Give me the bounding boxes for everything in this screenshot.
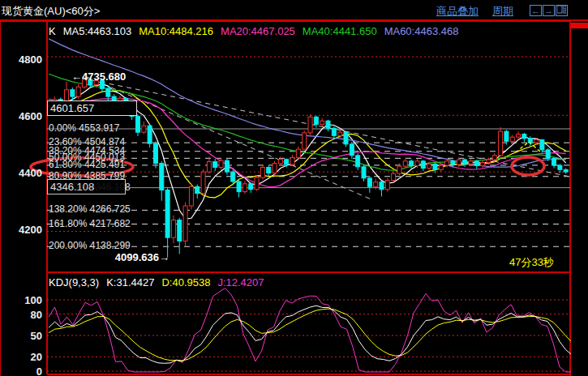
- candle-body: [374, 182, 378, 187]
- candle-body: [433, 164, 437, 169]
- candle-body: [320, 121, 324, 124]
- candle-body: [499, 131, 503, 156]
- fib-label: 61.80% 4425.491: [49, 159, 125, 170]
- candle-body: [189, 186, 193, 206]
- fib-label: 161.80% 4217.682: [49, 218, 131, 229]
- candle-body: [540, 140, 544, 150]
- candle-body: [344, 132, 348, 144]
- candle-body: [528, 139, 532, 143]
- candle-body: [392, 173, 396, 180]
- candle-body: [273, 164, 277, 173]
- candle-body: [260, 168, 264, 178]
- window-title: 现货黄金(AU)<60分>: [2, 4, 100, 19]
- candle-body: [106, 88, 110, 96]
- candle-body: [290, 158, 294, 164]
- candle-body: [410, 161, 414, 166]
- kdj-indicator-label: KDJ(9,3,3): [49, 276, 99, 288]
- candle-body: [225, 160, 229, 172]
- candle-body: [469, 161, 473, 164]
- kdj-j-line: [49, 288, 578, 372]
- candle-body: [463, 160, 467, 164]
- candle-body: [237, 182, 241, 192]
- candle-body: [195, 186, 200, 193]
- candle-body: [487, 160, 491, 162]
- price-axis-label: 4200: [0, 224, 42, 236]
- fib-label: 0.00% 4553.917: [49, 122, 119, 134]
- ma-readout-item: MA60:4463.468: [384, 25, 459, 37]
- candle-body: [249, 184, 253, 190]
- candle-body: [76, 87, 80, 96]
- candle-body: [308, 117, 312, 133]
- kdj-readout-item: J:12.4207: [217, 276, 264, 288]
- candle-body: [510, 137, 514, 141]
- quote-panel-red-bar: [571, 23, 588, 28]
- countdown-timer: 47分33秒: [493, 257, 554, 268]
- trading-app: 现货黄金(AU)<60分> 商品叠加 周期 ← → KMA5:4463.103M…: [0, 0, 588, 376]
- candle-body: [427, 164, 431, 168]
- candle-body: [350, 144, 354, 156]
- candle-body: [362, 167, 366, 178]
- candle-body: [71, 90, 75, 96]
- split-screen-icon[interactable]: [556, 5, 568, 16]
- kdj-axis-label: 100: [0, 294, 42, 306]
- candle-body: [451, 161, 455, 164]
- candle-body: [285, 160, 289, 164]
- candle-body: [278, 160, 282, 164]
- candle-body: [178, 220, 182, 241]
- quote-panel: 卖出买入最新幅度开盘最高单量北京09:: [571, 21, 588, 376]
- kdj-axis-label: 80: [0, 309, 42, 321]
- candle-body: [201, 172, 205, 194]
- candle-body: [338, 132, 342, 135]
- candle-body: [171, 220, 175, 238]
- back-arrow-icon[interactable]: ←: [530, 5, 542, 16]
- candle-body: [481, 163, 485, 166]
- price-axis-label: 4800: [0, 53, 42, 66]
- candle-body: [242, 184, 247, 192]
- candle-body: [303, 133, 307, 149]
- candle-body: [397, 166, 401, 173]
- kdj-axis-label: 20: [0, 351, 42, 363]
- price-axis-label: 4600: [0, 110, 42, 122]
- forward-arrow-icon[interactable]: →: [543, 5, 555, 16]
- kdj-axis-label: 50: [0, 330, 42, 342]
- candle-body: [403, 161, 407, 166]
- candle-body: [135, 117, 139, 133]
- ma-readout-item: MA10:4484.216: [139, 25, 213, 37]
- candle-body: [534, 140, 539, 143]
- kdj-readout: KDJ(9,3,3)K:31.4427D:40.9538J:12.4207: [49, 276, 279, 288]
- ma-readout-item: MA5:4463.103: [63, 25, 132, 37]
- candle-body: [522, 135, 526, 139]
- candle-body: [314, 117, 318, 124]
- kdj-readout-item: K:31.4427: [106, 276, 154, 288]
- candle-body: [558, 165, 562, 169]
- period-link[interactable]: 周期: [492, 4, 513, 19]
- candle-body: [267, 168, 271, 173]
- ma-readout-item: MA40:4441.650: [303, 25, 377, 37]
- candle-body: [552, 158, 556, 165]
- kdj-axis-label: 0: [0, 365, 42, 376]
- high-price-label: ←4735.680: [71, 71, 126, 83]
- ma-readout-item: MA20:4467.025: [221, 25, 295, 37]
- candle-body: [474, 161, 479, 166]
- candle-body: [492, 156, 496, 160]
- candle-body: [356, 156, 360, 167]
- overlay-link[interactable]: 商品叠加: [436, 4, 479, 19]
- fib-label: 138.20% 4266.725: [49, 203, 131, 215]
- candle-body: [207, 162, 211, 173]
- overlap-price-box: 4346.108: [47, 179, 126, 194]
- candle-body: [385, 181, 389, 190]
- candle-body: [326, 121, 330, 128]
- candle-body: [219, 160, 223, 167]
- candle-body: [445, 161, 449, 165]
- candle-body: [421, 161, 425, 169]
- hline-price-box: 4601.657: [47, 100, 137, 116]
- candle-body: [504, 131, 509, 141]
- trendline: [92, 80, 570, 177]
- candle-body: [183, 206, 187, 241]
- candle-body: [439, 165, 443, 169]
- low-price-label: 4099.636→: [108, 252, 170, 263]
- fib-label: 200.00% 4138.299: [49, 240, 131, 251]
- ma-line-40: [49, 74, 566, 170]
- candle-body: [160, 164, 164, 190]
- candle-body: [367, 178, 371, 186]
